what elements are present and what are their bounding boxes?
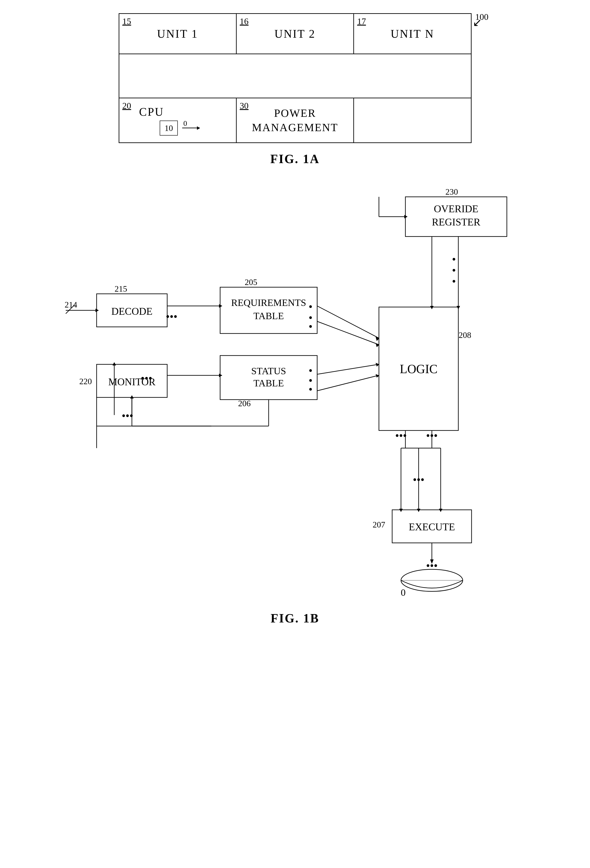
- to-execute-arrow2: [439, 509, 442, 512]
- fig1a-middle-row: [119, 54, 471, 98]
- decode-to-req-arrow: [219, 304, 222, 308]
- req-table-dots: •: [309, 300, 312, 313]
- override-label1: OVERIDE: [434, 203, 478, 214]
- override-arrow-head: [404, 215, 408, 218]
- status-table-dots3: •: [309, 383, 312, 396]
- ref-arrow: ↙: [473, 16, 482, 29]
- cpu-cell: 20 CPU 10 0: [119, 98, 237, 142]
- power-content: POWERMANAGEMENT: [243, 106, 347, 135]
- cpu-arrow: 0: [182, 128, 200, 128]
- svg-line-15: [317, 365, 379, 374]
- unit-1-id: 15: [123, 16, 131, 27]
- fig1a-caption: FIG. 1A: [271, 152, 320, 166]
- unit-1-label: UNIT 1: [124, 27, 232, 40]
- override-dots2: •: [452, 264, 456, 276]
- fig1b-svg: OVERIDE REGISTER 230 LOGIC 208 DECODE 21…: [52, 184, 538, 602]
- to-execute-arrow3: [417, 509, 420, 512]
- fig1b-caption: FIG. 1B: [271, 611, 319, 625]
- cpu-box: 10: [160, 121, 178, 136]
- req-table-label1: REQUIREMENTS: [231, 297, 306, 308]
- decode-label: DECODE: [111, 306, 152, 317]
- fig1a-diagram: 100 ↙ 15 UNIT 1 16 UNIT 2 17 UNIT N: [119, 13, 472, 143]
- cpu-title: CPU: [139, 105, 164, 118]
- execute-label: EXECUTE: [409, 521, 455, 533]
- cpu-content: CPU 10 0: [126, 105, 229, 136]
- req-table-dots3: •: [309, 320, 312, 333]
- unit-2-label: UNIT 2: [241, 27, 349, 40]
- power-title: POWERMANAGEMENT: [252, 106, 338, 135]
- disk-dots: •••: [426, 559, 438, 572]
- unit-2-cell: 16 UNIT 2: [237, 14, 354, 53]
- override-dots1: •: [452, 253, 456, 266]
- execute-zero-label: 0: [401, 587, 406, 598]
- req-table-label2: TABLE: [253, 311, 284, 321]
- unit-2-id: 16: [240, 16, 248, 27]
- unit-1-cell: 15 UNIT 1: [119, 14, 237, 53]
- cpu-inner: 10 0: [160, 121, 200, 136]
- monitor-bottom-dots: •••: [121, 409, 133, 422]
- power-cell: 30 POWERMANAGEMENT: [237, 98, 354, 142]
- feedback-arrow1: [112, 362, 116, 365]
- input-arrow-head: [96, 309, 99, 312]
- unit-n-label: UNIT N: [358, 27, 466, 40]
- logic-id: 208: [458, 331, 471, 340]
- unit-n-id: 17: [357, 16, 366, 27]
- to-execute-arrow1: [399, 509, 403, 512]
- unit-n-cell: 17 UNIT N: [354, 14, 471, 53]
- page-content: 100 ↙ 15 UNIT 1 16 UNIT 2 17 UNIT N: [30, 13, 560, 625]
- input-id: 214: [65, 300, 77, 309]
- svg-line-16: [317, 375, 379, 391]
- status-table-id: 206: [238, 399, 251, 408]
- override-label2: REGISTER: [432, 217, 481, 228]
- monitor-to-status-arrow: [219, 373, 222, 377]
- override-dots3: •: [452, 275, 456, 288]
- override-id: 230: [445, 187, 458, 196]
- override-to-logic-arrow1: [430, 306, 433, 309]
- fig1a-top-row: 15 UNIT 1 16 UNIT 2 17 UNIT N: [119, 14, 471, 54]
- fig1a-container: 100 ↙ 15 UNIT 1 16 UNIT 2 17 UNIT N: [30, 13, 560, 166]
- logic-bottom-dots1: •••: [395, 430, 407, 442]
- req-table-id: 205: [245, 278, 257, 287]
- feedback-arrow2: [130, 395, 134, 399]
- signal-label: 0: [183, 119, 187, 128]
- execute-id: 207: [373, 520, 385, 529]
- logic-label: LOGIC: [400, 362, 438, 376]
- fig1b-container: OVERIDE REGISTER 230 LOGIC 208 DECODE 21…: [30, 184, 560, 625]
- override-to-logic-arrow2: [457, 306, 460, 309]
- status-table-label1: STATUS: [251, 366, 286, 376]
- power-cell-id: 30: [240, 100, 248, 111]
- empty-cell: [354, 98, 471, 142]
- status-table-label2: TABLE: [253, 378, 284, 388]
- svg-rect-7: [220, 356, 317, 400]
- cpu-cell-id: 20: [123, 100, 131, 111]
- arrow-line: [182, 128, 200, 128]
- fig1a-bottom-row: 20 CPU 10 0 30: [119, 98, 471, 142]
- monitor-id: 220: [79, 377, 92, 386]
- monitor-dots: •••: [141, 372, 152, 384]
- decode-id: 215: [114, 284, 127, 293]
- decode-dots: •••: [166, 310, 177, 323]
- svg-rect-6: [220, 287, 317, 334]
